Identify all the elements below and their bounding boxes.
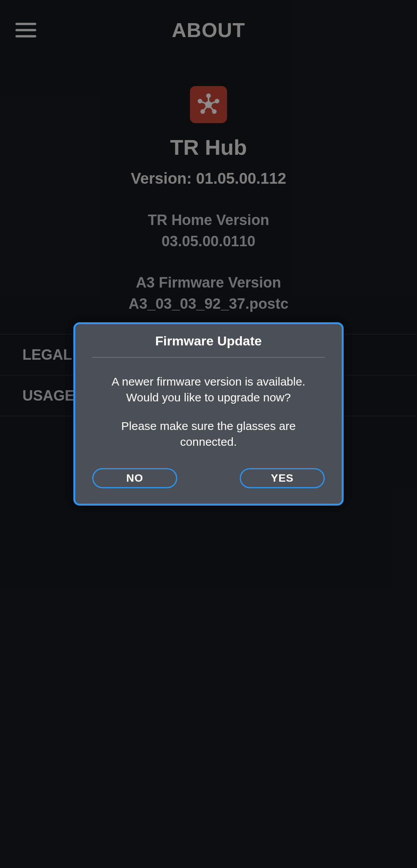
button-label: YES bbox=[271, 472, 293, 484]
no-button[interactable]: NO bbox=[92, 468, 177, 488]
dialog-title: Firmware Update bbox=[92, 333, 325, 358]
dialog-line2: Would you like to upgrade now? bbox=[126, 391, 291, 404]
dialog-actions: NO YES bbox=[92, 468, 325, 488]
dialog-body: A newer firmware version is available. W… bbox=[92, 374, 325, 450]
dialog-line3: Please make sure the glasses are connect… bbox=[92, 418, 325, 450]
dialog-line1: A newer firmware version is available. bbox=[112, 375, 305, 388]
yes-button[interactable]: YES bbox=[240, 468, 325, 488]
button-label: NO bbox=[126, 472, 143, 484]
firmware-update-dialog: Firmware Update A newer firmware version… bbox=[73, 322, 344, 506]
